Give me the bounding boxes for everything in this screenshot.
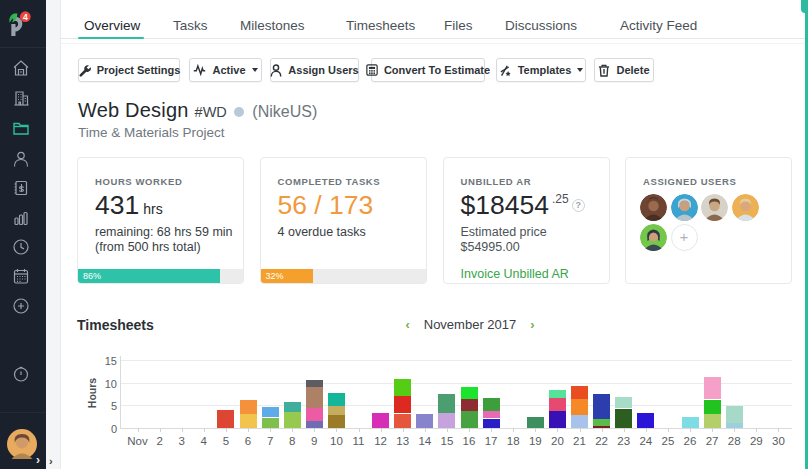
svg-text:4: 4 <box>23 12 28 22</box>
